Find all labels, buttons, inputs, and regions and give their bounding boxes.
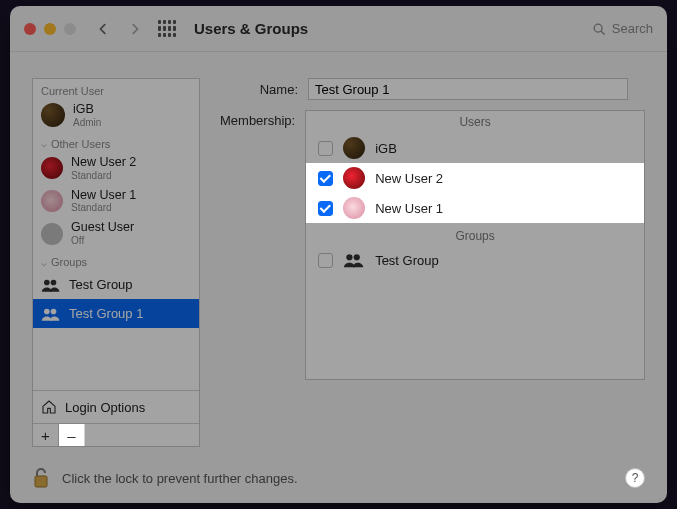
group-icon	[41, 278, 61, 292]
search-icon	[592, 22, 606, 36]
window-controls	[24, 23, 76, 35]
search-field[interactable]: Search	[592, 21, 653, 36]
sidebar-user-other[interactable]: New User 1 Standard	[33, 185, 199, 218]
svg-line-1	[601, 31, 604, 34]
chevron-down-icon: ⌵	[41, 257, 47, 268]
member-row[interactable]: Test Group	[306, 245, 644, 275]
member-row[interactable]: iGB	[306, 133, 644, 163]
member-row[interactable]: New User 2	[306, 163, 644, 193]
avatar	[41, 157, 63, 179]
svg-point-5	[51, 308, 57, 314]
back-button[interactable]	[92, 18, 114, 40]
sidebar-user-current[interactable]: iGB Admin	[33, 99, 199, 132]
chevron-down-icon: ⌵	[41, 138, 47, 149]
membership-panel: Users iGB New User 2	[305, 110, 645, 380]
login-options[interactable]: Login Options	[33, 390, 199, 423]
avatar	[343, 167, 365, 189]
member-name: iGB	[375, 141, 397, 156]
member-name: New User 1	[375, 201, 443, 216]
svg-point-3	[51, 279, 57, 285]
section-groups[interactable]: ⌵ Groups	[33, 250, 199, 270]
remove-button[interactable]: –	[59, 424, 85, 446]
home-icon	[41, 399, 57, 415]
sidebar-footer: + –	[33, 423, 199, 446]
section-other-users[interactable]: ⌵ Other Users	[33, 132, 199, 152]
show-all-button[interactable]	[156, 18, 178, 40]
member-name: Test Group	[375, 253, 439, 268]
group-name-input[interactable]	[308, 78, 628, 100]
minimize-window[interactable]	[44, 23, 56, 35]
member-checkbox[interactable]	[318, 201, 333, 216]
lock-icon[interactable]	[32, 467, 50, 489]
sidebar-group[interactable]: Test Group	[33, 270, 199, 299]
membership-row: Membership: Users iGB New User 2	[220, 110, 645, 380]
user-role: Standard	[71, 170, 136, 181]
avatar	[41, 190, 63, 212]
sidebar-user-other[interactable]: Guest User Off	[33, 217, 199, 250]
user-name: New User 2	[71, 156, 136, 170]
avatar	[343, 197, 365, 219]
sidebar-user-other[interactable]: New User 2 Standard	[33, 152, 199, 185]
prefs-window: Users & Groups Search Current User iGB A…	[10, 6, 667, 503]
add-button[interactable]: +	[33, 424, 59, 446]
membership-label: Membership:	[220, 110, 305, 128]
users-sidebar: Current User iGB Admin ⌵ Other Users New…	[32, 78, 200, 447]
user-role: Standard	[71, 202, 136, 213]
member-name: New User 2	[375, 171, 443, 186]
avatar	[41, 223, 63, 245]
sidebar-group-selected[interactable]: Test Group 1	[33, 299, 199, 328]
user-role: Off	[71, 235, 134, 246]
group-name: Test Group 1	[69, 306, 143, 321]
svg-point-6	[346, 254, 352, 260]
lock-bar: Click the lock to prevent further change…	[10, 459, 667, 503]
user-name: iGB	[73, 103, 101, 117]
member-row[interactable]: New User 1	[306, 193, 644, 223]
member-checkbox[interactable]	[318, 171, 333, 186]
close-window[interactable]	[24, 23, 36, 35]
help-button[interactable]: ?	[625, 468, 645, 488]
user-role: Admin	[73, 117, 101, 128]
member-checkbox[interactable]	[318, 253, 333, 268]
titlebar: Users & Groups Search	[10, 6, 667, 52]
user-name: New User 1	[71, 189, 136, 203]
group-icon	[41, 307, 61, 321]
forward-button[interactable]	[124, 18, 146, 40]
members-groups-header: Groups	[306, 223, 644, 245]
members-users-header: Users	[306, 111, 644, 133]
group-name: Test Group	[69, 277, 133, 292]
svg-point-7	[354, 254, 360, 260]
name-label: Name:	[220, 82, 308, 97]
avatar	[41, 103, 65, 127]
section-current-user: Current User	[33, 79, 199, 99]
window-title: Users & Groups	[194, 20, 308, 37]
zoom-window[interactable]	[64, 23, 76, 35]
svg-rect-8	[35, 476, 47, 487]
search-placeholder: Search	[612, 21, 653, 36]
body: Current User iGB Admin ⌵ Other Users New…	[10, 52, 667, 459]
group-icon	[343, 252, 365, 268]
lock-text: Click the lock to prevent further change…	[62, 471, 298, 486]
avatar	[343, 137, 365, 159]
group-detail: Name: Membership: Users iGB	[220, 78, 645, 447]
svg-point-2	[44, 279, 50, 285]
svg-point-4	[44, 308, 50, 314]
name-row: Name:	[220, 78, 645, 100]
member-checkbox[interactable]	[318, 141, 333, 156]
user-name: Guest User	[71, 221, 134, 235]
